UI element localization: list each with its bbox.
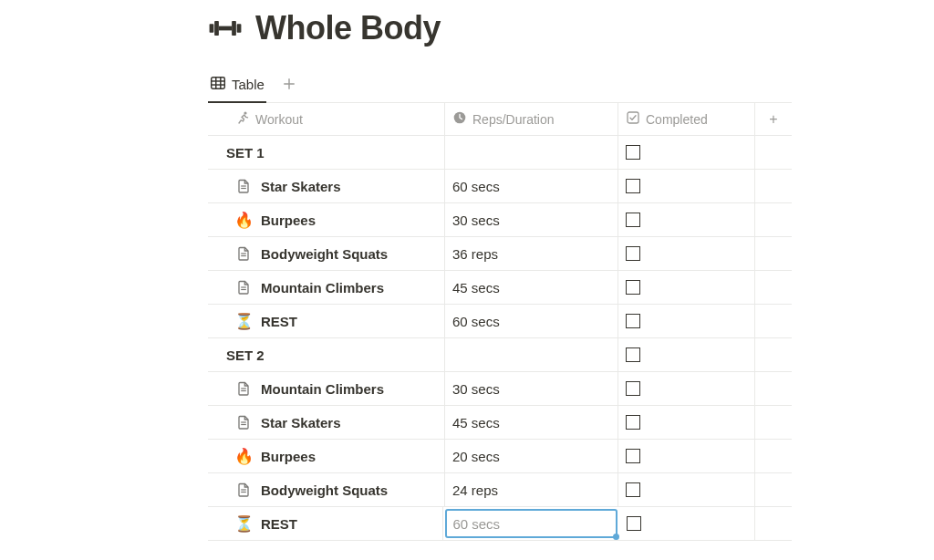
table-row[interactable]: ⏳REST60 secs	[208, 507, 792, 541]
page-icon	[235, 380, 252, 397]
table-row[interactable]: SET 2	[208, 338, 792, 372]
completed-checkbox[interactable]	[626, 179, 640, 193]
page-title[interactable]: Whole Body	[255, 9, 441, 47]
hourglass-icon: ⏳	[235, 313, 252, 329]
table-header: Workout Reps/Duration Completed +	[208, 103, 792, 136]
cell-reps[interactable]: 30 secs	[445, 203, 618, 236]
cell-completed[interactable]	[618, 372, 755, 405]
cell-workout[interactable]: ⏳REST	[208, 507, 443, 540]
table-row[interactable]: ⏳REST60 secs	[208, 305, 792, 338]
row-title: REST	[261, 516, 297, 532]
cell-workout[interactable]: SET 2	[208, 338, 445, 371]
cell-resize-handle[interactable]	[613, 534, 619, 540]
cell-reps[interactable]	[445, 338, 618, 371]
cell-workout[interactable]: Star Skaters	[208, 170, 445, 202]
table-row[interactable]: Star Skaters45 secs	[208, 406, 792, 440]
cell-completed[interactable]	[618, 440, 755, 472]
row-title: Mountain Climbers	[261, 280, 384, 296]
cell-workout[interactable]: Bodyweight Squats	[208, 473, 445, 506]
cell-completed[interactable]	[618, 237, 755, 270]
cell-completed[interactable]	[619, 507, 755, 540]
completed-checkbox[interactable]	[626, 381, 640, 396]
reps-value: 36 reps	[452, 246, 498, 262]
cell-completed[interactable]	[618, 170, 755, 202]
reps-value: 45 secs	[452, 415, 500, 430]
cell-workout[interactable]: 🔥Burpees	[208, 203, 445, 236]
col-header-reps[interactable]: Reps/Duration	[445, 103, 618, 135]
cell-workout[interactable]: Bodyweight Squats	[208, 237, 445, 270]
cell-workout[interactable]: Mountain Climbers	[208, 372, 445, 405]
completed-checkbox[interactable]	[626, 347, 640, 362]
cell-empty	[755, 406, 792, 439]
col-header-completed[interactable]: Completed	[618, 103, 755, 135]
cell-reps[interactable]: 45 secs	[445, 271, 618, 304]
add-column-button[interactable]: +	[755, 103, 792, 135]
row-title: Star Skaters	[261, 415, 341, 430]
completed-checkbox[interactable]	[626, 415, 640, 430]
cell-workout[interactable]: ⏳REST	[208, 305, 445, 337]
table-row[interactable]: 🔥Burpees30 secs	[208, 203, 792, 237]
cell-completed[interactable]	[618, 406, 755, 439]
col-header-workout[interactable]: Workout	[208, 103, 445, 135]
cell-workout[interactable]: 🔥Burpees	[208, 440, 445, 472]
tab-label: Table	[232, 77, 265, 92]
cell-empty	[755, 305, 792, 337]
cell-completed[interactable]	[618, 338, 755, 371]
table-row[interactable]: 🔥Burpees20 secs	[208, 440, 792, 473]
fire-icon: 🔥	[235, 212, 252, 228]
completed-checkbox[interactable]	[626, 145, 640, 160]
cell-workout[interactable]: Mountain Climbers	[208, 271, 445, 304]
cell-reps[interactable]: 60 secs	[445, 305, 618, 337]
cell-completed[interactable]	[618, 473, 755, 506]
row-title: Mountain Climbers	[261, 381, 384, 397]
completed-checkbox[interactable]	[627, 516, 641, 531]
completed-checkbox[interactable]	[626, 449, 640, 463]
cell-reps[interactable]: 60 secs	[445, 170, 618, 202]
cell-empty	[755, 136, 792, 169]
runner-icon	[235, 110, 250, 128]
table-icon	[210, 75, 226, 94]
cell-empty	[755, 507, 792, 540]
page-icon	[235, 414, 252, 430]
page-content: Whole Body Table Workout	[208, 9, 792, 541]
add-view-button[interactable]	[279, 74, 299, 94]
table-row[interactable]: Mountain Climbers30 secs	[208, 372, 792, 406]
cell-reps[interactable]: 45 secs	[445, 406, 618, 439]
completed-checkbox[interactable]	[626, 314, 640, 328]
table-row[interactable]: Mountain Climbers45 secs	[208, 271, 792, 305]
table-row[interactable]: SET 1	[208, 136, 792, 170]
reps-value: 20 secs	[452, 449, 500, 464]
cell-completed[interactable]	[618, 203, 755, 236]
reps-value: 60 secs	[452, 314, 500, 329]
cell-workout[interactable]: SET 1	[208, 136, 445, 169]
cell-completed[interactable]	[618, 136, 755, 169]
cell-empty	[755, 372, 792, 405]
cell-reps[interactable]: 20 secs	[445, 440, 618, 472]
completed-checkbox[interactable]	[626, 246, 640, 261]
cell-completed[interactable]	[618, 271, 755, 304]
completed-checkbox[interactable]	[626, 482, 640, 497]
clock-icon	[452, 110, 467, 128]
row-title: Burpees	[261, 449, 316, 464]
title-row: Whole Body	[208, 9, 792, 47]
cell-reps[interactable]: 24 reps	[445, 473, 618, 506]
tab-table[interactable]: Table	[208, 71, 266, 103]
row-title: Star Skaters	[261, 179, 341, 194]
row-title: Burpees	[261, 213, 316, 228]
cell-workout[interactable]: Star Skaters	[208, 406, 445, 439]
cell-reps[interactable]: 36 reps	[445, 237, 618, 270]
cell-reps[interactable]: 60 secs	[445, 509, 617, 538]
row-title: REST	[261, 314, 297, 329]
cell-completed[interactable]	[618, 305, 755, 337]
table-row[interactable]: Bodyweight Squats24 reps	[208, 473, 792, 507]
cell-reps[interactable]	[445, 136, 618, 169]
svg-rect-3	[237, 24, 242, 33]
reps-value: 30 secs	[452, 381, 500, 397]
table-row[interactable]: Star Skaters60 secs	[208, 170, 792, 203]
cell-reps[interactable]: 30 secs	[445, 372, 618, 405]
completed-checkbox[interactable]	[626, 213, 640, 227]
completed-checkbox[interactable]	[626, 280, 640, 295]
row-title: Bodyweight Squats	[261, 246, 388, 262]
table-row[interactable]: Bodyweight Squats36 reps	[208, 237, 792, 271]
hourglass-icon: ⏳	[235, 515, 252, 532]
